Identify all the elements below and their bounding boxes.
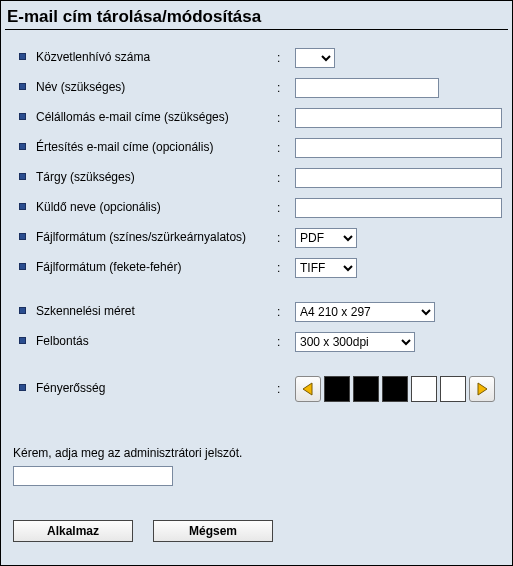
- row-scan-size: Szkennelési méret : A4 210 x 297: [5, 302, 508, 322]
- speed-dial-select[interactable]: [295, 48, 335, 68]
- admin-password-input[interactable]: [13, 466, 173, 486]
- row-resolution: Felbontás : 300 x 300dpi: [5, 332, 508, 352]
- brightness-swatch-5[interactable]: [440, 376, 466, 402]
- bullet-icon: [19, 83, 26, 90]
- bullet-icon: [19, 143, 26, 150]
- brightness-decrease-button[interactable]: [295, 376, 321, 402]
- bullet-icon: [19, 233, 26, 240]
- row-format-color: Fájlformátum (színes/szürkeárnyalatos) :…: [5, 228, 508, 248]
- label-resolution: Felbontás: [36, 334, 89, 350]
- colon: :: [277, 261, 295, 275]
- name-input[interactable]: [295, 78, 439, 98]
- colon: :: [277, 81, 295, 95]
- colon: :: [277, 335, 295, 349]
- colon: :: [277, 111, 295, 125]
- dest-email-input[interactable]: [295, 108, 502, 128]
- title-divider: [5, 29, 508, 30]
- notify-email-input[interactable]: [295, 138, 502, 158]
- sender-input[interactable]: [295, 198, 502, 218]
- admin-password-block: Kérem, adja meg az adminisztrátori jelsz…: [5, 446, 508, 486]
- triangle-right-icon: [475, 382, 489, 396]
- email-settings-panel: E-mail cím tárolása/módosítása Közvetlen…: [0, 0, 513, 566]
- brightness-control: [295, 376, 495, 402]
- format-color-select[interactable]: PDF: [295, 228, 357, 248]
- apply-button[interactable]: Alkalmaz: [13, 520, 133, 542]
- triangle-left-icon: [301, 382, 315, 396]
- label-name: Név (szükséges): [36, 80, 125, 96]
- row-format-bw: Fájlformátum (fekete-fehér) : TIFF: [5, 258, 508, 278]
- brightness-swatch-4[interactable]: [411, 376, 437, 402]
- row-name: Név (szükséges) :: [5, 78, 508, 98]
- colon: :: [277, 141, 295, 155]
- row-sender: Küldő neve (opcionális) :: [5, 198, 508, 218]
- bullet-icon: [19, 263, 26, 270]
- colon: :: [277, 201, 295, 215]
- brightness-swatch-1[interactable]: [324, 376, 350, 402]
- admin-password-prompt: Kérem, adja meg az adminisztrátori jelsz…: [13, 446, 508, 460]
- colon: :: [277, 382, 295, 396]
- resolution-select[interactable]: 300 x 300dpi: [295, 332, 415, 352]
- row-subject: Tárgy (szükséges) :: [5, 168, 508, 188]
- row-brightness: Fényerősség :: [5, 376, 508, 402]
- label-notify-email: Értesítés e-mail címe (opcionális): [36, 140, 213, 156]
- row-dest-email: Célállomás e-mail címe (szükséges) :: [5, 108, 508, 128]
- brightness-increase-button[interactable]: [469, 376, 495, 402]
- label-dest-email: Célállomás e-mail címe (szükséges): [36, 110, 229, 126]
- bullet-icon: [19, 384, 26, 391]
- label-brightness: Fényerősség: [36, 381, 105, 397]
- scan-size-select[interactable]: A4 210 x 297: [295, 302, 435, 322]
- button-row: Alkalmaz Mégsem: [5, 520, 508, 542]
- bullet-icon: [19, 337, 26, 344]
- row-speed-dial: Közvetlenhívó száma :: [5, 48, 508, 68]
- bullet-icon: [19, 203, 26, 210]
- label-format-bw: Fájlformátum (fekete-fehér): [36, 260, 181, 276]
- label-speed-dial: Közvetlenhívó száma: [36, 50, 150, 66]
- subject-input[interactable]: [295, 168, 502, 188]
- format-bw-select[interactable]: TIFF: [295, 258, 357, 278]
- svg-marker-0: [303, 383, 312, 395]
- colon: :: [277, 171, 295, 185]
- brightness-swatch-3[interactable]: [382, 376, 408, 402]
- label-subject: Tárgy (szükséges): [36, 170, 135, 186]
- cancel-button[interactable]: Mégsem: [153, 520, 273, 542]
- row-notify-email: Értesítés e-mail címe (opcionális) :: [5, 138, 508, 158]
- label-scan-size: Szkennelési méret: [36, 304, 135, 320]
- brightness-swatch-2[interactable]: [353, 376, 379, 402]
- colon: :: [277, 51, 295, 65]
- colon: :: [277, 305, 295, 319]
- page-title: E-mail cím tárolása/módosítása: [7, 7, 506, 27]
- svg-marker-1: [478, 383, 487, 395]
- colon: :: [277, 231, 295, 245]
- label-sender: Küldő neve (opcionális): [36, 200, 161, 216]
- bullet-icon: [19, 173, 26, 180]
- bullet-icon: [19, 307, 26, 314]
- label-format-color: Fájlformátum (színes/szürkeárnyalatos): [36, 230, 246, 246]
- bullet-icon: [19, 53, 26, 60]
- bullet-icon: [19, 113, 26, 120]
